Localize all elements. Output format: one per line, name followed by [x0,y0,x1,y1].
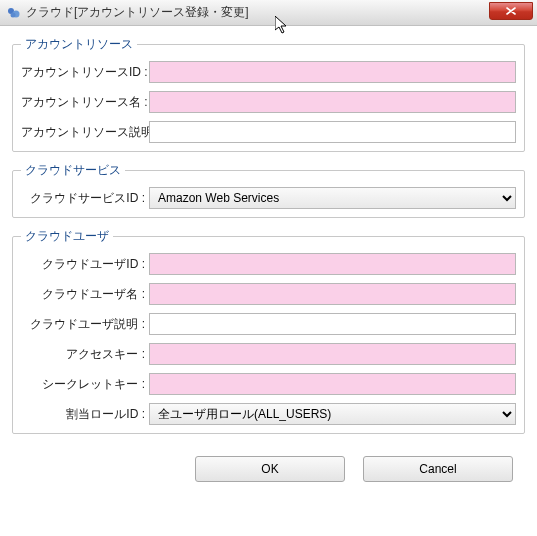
secret-key-label: シークレットキー : [21,376,149,393]
access-key-input[interactable] [149,343,516,365]
account-resource-name-input[interactable] [149,91,516,113]
button-row: OK Cancel [12,448,525,482]
close-icon [506,7,516,15]
cloud-user-group: クラウドユーザ クラウドユーザID : クラウドユーザ名 : クラウドユーザ説明… [12,228,525,434]
dialog-content: アカウントリソース アカウントリソースID : アカウントリソース名 : アカウ… [0,26,537,490]
cancel-button[interactable]: Cancel [363,456,513,482]
titlebar: クラウド[アカウントリソース登録・変更] [0,0,537,26]
role-id-select[interactable]: 全ユーザ用ロール(ALL_USERS) [149,403,516,425]
cloud-service-id-label: クラウドサービスID : [21,190,149,207]
account-resource-id-input[interactable] [149,61,516,83]
cloud-user-id-label: クラウドユーザID : [21,256,149,273]
cloud-service-id-select[interactable]: Amazon Web Services [149,187,516,209]
cloud-service-group: クラウドサービス クラウドサービスID : Amazon Web Service… [12,162,525,218]
account-resource-id-label: アカウントリソースID : [21,64,149,81]
app-icon [6,5,22,21]
account-resource-desc-label: アカウントリソース説明 : [21,124,149,141]
role-id-label: 割当ロールID : [21,406,149,423]
cloud-user-desc-input[interactable] [149,313,516,335]
cloud-user-id-input[interactable] [149,253,516,275]
cloud-user-name-input[interactable] [149,283,516,305]
window-title: クラウド[アカウントリソース登録・変更] [26,4,249,21]
access-key-label: アクセスキー : [21,346,149,363]
account-resource-desc-input[interactable] [149,121,516,143]
account-resource-legend: アカウントリソース [21,36,137,53]
account-resource-group: アカウントリソース アカウントリソースID : アカウントリソース名 : アカウ… [12,36,525,152]
cloud-service-legend: クラウドサービス [21,162,125,179]
cloud-user-legend: クラウドユーザ [21,228,113,245]
cloud-user-name-label: クラウドユーザ名 : [21,286,149,303]
secret-key-input[interactable] [149,373,516,395]
account-resource-name-label: アカウントリソース名 : [21,94,149,111]
close-button[interactable] [489,2,533,20]
svg-point-2 [11,12,16,17]
ok-button[interactable]: OK [195,456,345,482]
cloud-user-desc-label: クラウドユーザ説明 : [21,316,149,333]
